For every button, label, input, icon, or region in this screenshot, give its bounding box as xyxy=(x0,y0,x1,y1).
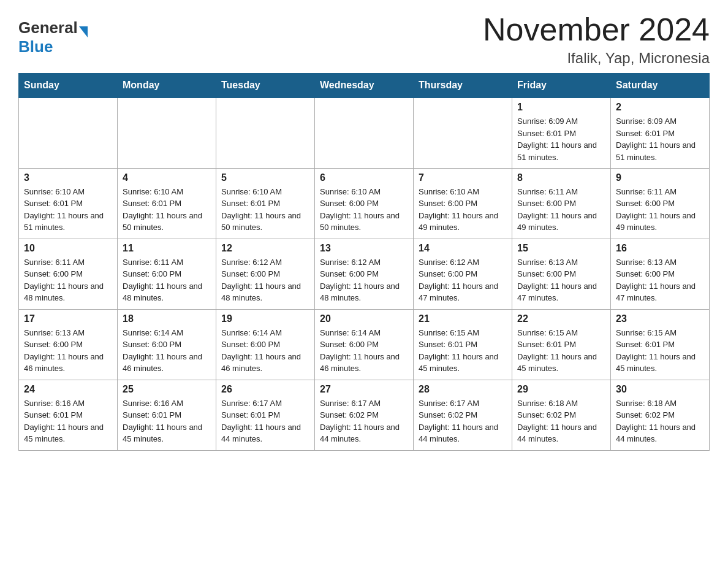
calendar-cell: 9Sunrise: 6:11 AM Sunset: 6:00 PM Daylig… xyxy=(611,168,710,239)
day-info: Sunrise: 6:11 AM Sunset: 6:00 PM Dayligh… xyxy=(24,256,112,304)
day-of-week-header: Saturday xyxy=(611,74,710,98)
day-number: 16 xyxy=(616,243,704,254)
day-number: 23 xyxy=(616,313,704,324)
day-of-week-header: Wednesday xyxy=(315,74,414,98)
calendar-cell: 18Sunrise: 6:14 AM Sunset: 6:00 PM Dayli… xyxy=(118,309,216,380)
days-of-week-row: SundayMondayTuesdayWednesdayThursdayFrid… xyxy=(19,74,710,98)
logo-blue: Blue xyxy=(18,37,53,56)
calendar-cell: 20Sunrise: 6:14 AM Sunset: 6:00 PM Dayli… xyxy=(315,309,414,380)
logo: General Blue xyxy=(18,18,88,56)
day-number: 25 xyxy=(123,384,211,395)
day-info: Sunrise: 6:10 AM Sunset: 6:01 PM Dayligh… xyxy=(123,186,211,234)
calendar-cell: 14Sunrise: 6:12 AM Sunset: 6:00 PM Dayli… xyxy=(414,239,512,309)
day-of-week-header: Friday xyxy=(512,74,611,98)
calendar-table: SundayMondayTuesdayWednesdayThursdayFrid… xyxy=(18,73,710,451)
calendar-week-row: 17Sunrise: 6:13 AM Sunset: 6:00 PM Dayli… xyxy=(19,309,710,380)
calendar-cell: 22Sunrise: 6:15 AM Sunset: 6:01 PM Dayli… xyxy=(512,309,611,380)
day-info: Sunrise: 6:16 AM Sunset: 6:01 PM Dayligh… xyxy=(24,397,112,445)
day-info: Sunrise: 6:09 AM Sunset: 6:01 PM Dayligh… xyxy=(517,115,605,163)
calendar-cell: 30Sunrise: 6:18 AM Sunset: 6:02 PM Dayli… xyxy=(611,380,710,450)
day-number: 5 xyxy=(221,172,309,183)
calendar-cell: 7Sunrise: 6:10 AM Sunset: 6:00 PM Daylig… xyxy=(414,168,512,239)
day-number: 21 xyxy=(419,313,507,324)
day-number: 26 xyxy=(221,384,309,395)
calendar-cell: 2Sunrise: 6:09 AM Sunset: 6:01 PM Daylig… xyxy=(611,98,710,168)
calendar-cell: 29Sunrise: 6:18 AM Sunset: 6:02 PM Dayli… xyxy=(512,380,611,450)
day-number: 4 xyxy=(123,172,211,183)
day-number: 28 xyxy=(419,384,507,395)
calendar-cell: 27Sunrise: 6:17 AM Sunset: 6:02 PM Dayli… xyxy=(315,380,414,450)
day-number: 13 xyxy=(320,243,408,254)
calendar-cell: 8Sunrise: 6:11 AM Sunset: 6:00 PM Daylig… xyxy=(512,168,611,239)
day-of-week-header: Tuesday xyxy=(216,74,315,98)
day-info: Sunrise: 6:16 AM Sunset: 6:01 PM Dayligh… xyxy=(123,397,211,445)
day-info: Sunrise: 6:13 AM Sunset: 6:00 PM Dayligh… xyxy=(616,256,704,304)
day-number: 2 xyxy=(616,102,704,113)
calendar-cell: 1Sunrise: 6:09 AM Sunset: 6:01 PM Daylig… xyxy=(512,98,611,168)
calendar-cell: 28Sunrise: 6:17 AM Sunset: 6:02 PM Dayli… xyxy=(414,380,512,450)
day-number: 19 xyxy=(221,313,309,324)
day-info: Sunrise: 6:11 AM Sunset: 6:00 PM Dayligh… xyxy=(517,186,605,234)
day-of-week-header: Monday xyxy=(118,74,216,98)
day-number: 15 xyxy=(517,243,605,254)
day-info: Sunrise: 6:15 AM Sunset: 6:01 PM Dayligh… xyxy=(517,327,605,375)
calendar-cell: 26Sunrise: 6:17 AM Sunset: 6:01 PM Dayli… xyxy=(216,380,315,450)
calendar-week-row: 24Sunrise: 6:16 AM Sunset: 6:01 PM Dayli… xyxy=(19,380,710,450)
calendar-cell xyxy=(118,98,216,168)
day-info: Sunrise: 6:10 AM Sunset: 6:01 PM Dayligh… xyxy=(24,186,112,234)
calendar-cell: 16Sunrise: 6:13 AM Sunset: 6:00 PM Dayli… xyxy=(611,239,710,309)
day-number: 29 xyxy=(517,384,605,395)
day-number: 8 xyxy=(517,172,605,183)
day-info: Sunrise: 6:17 AM Sunset: 6:02 PM Dayligh… xyxy=(320,397,408,445)
day-number: 30 xyxy=(616,384,704,395)
calendar-header: SundayMondayTuesdayWednesdayThursdayFrid… xyxy=(19,74,710,98)
day-info: Sunrise: 6:13 AM Sunset: 6:00 PM Dayligh… xyxy=(24,327,112,375)
day-info: Sunrise: 6:11 AM Sunset: 6:00 PM Dayligh… xyxy=(616,186,704,234)
location-title: Ifalik, Yap, Micronesia xyxy=(483,50,710,67)
calendar-week-row: 1Sunrise: 6:09 AM Sunset: 6:01 PM Daylig… xyxy=(19,98,710,168)
day-info: Sunrise: 6:14 AM Sunset: 6:00 PM Dayligh… xyxy=(221,327,309,375)
logo-triangle-icon xyxy=(79,26,88,37)
day-info: Sunrise: 6:12 AM Sunset: 6:00 PM Dayligh… xyxy=(320,256,408,304)
calendar-cell: 11Sunrise: 6:11 AM Sunset: 6:00 PM Dayli… xyxy=(118,239,216,309)
calendar-body: 1Sunrise: 6:09 AM Sunset: 6:01 PM Daylig… xyxy=(19,98,710,450)
title-block: November 2024 Ifalik, Yap, Micronesia xyxy=(483,12,710,67)
day-info: Sunrise: 6:14 AM Sunset: 6:00 PM Dayligh… xyxy=(123,327,211,375)
day-of-week-header: Sunday xyxy=(19,74,118,98)
calendar-cell: 5Sunrise: 6:10 AM Sunset: 6:01 PM Daylig… xyxy=(216,168,315,239)
day-number: 20 xyxy=(320,313,408,324)
day-info: Sunrise: 6:17 AM Sunset: 6:02 PM Dayligh… xyxy=(419,397,507,445)
calendar-cell: 4Sunrise: 6:10 AM Sunset: 6:01 PM Daylig… xyxy=(118,168,216,239)
day-number: 24 xyxy=(24,384,112,395)
calendar-cell xyxy=(19,98,118,168)
logo-general: General xyxy=(18,18,78,37)
day-info: Sunrise: 6:10 AM Sunset: 6:00 PM Dayligh… xyxy=(419,186,507,234)
day-info: Sunrise: 6:12 AM Sunset: 6:00 PM Dayligh… xyxy=(419,256,507,304)
day-info: Sunrise: 6:15 AM Sunset: 6:01 PM Dayligh… xyxy=(616,327,704,375)
day-info: Sunrise: 6:14 AM Sunset: 6:00 PM Dayligh… xyxy=(320,327,408,375)
calendar-cell: 12Sunrise: 6:12 AM Sunset: 6:00 PM Dayli… xyxy=(216,239,315,309)
day-number: 27 xyxy=(320,384,408,395)
day-info: Sunrise: 6:15 AM Sunset: 6:01 PM Dayligh… xyxy=(419,327,507,375)
day-info: Sunrise: 6:13 AM Sunset: 6:00 PM Dayligh… xyxy=(517,256,605,304)
day-info: Sunrise: 6:11 AM Sunset: 6:00 PM Dayligh… xyxy=(123,256,211,304)
calendar-cell: 10Sunrise: 6:11 AM Sunset: 6:00 PM Dayli… xyxy=(19,239,118,309)
day-number: 17 xyxy=(24,313,112,324)
day-number: 10 xyxy=(24,243,112,254)
calendar-week-row: 3Sunrise: 6:10 AM Sunset: 6:01 PM Daylig… xyxy=(19,168,710,239)
day-info: Sunrise: 6:10 AM Sunset: 6:01 PM Dayligh… xyxy=(221,186,309,234)
day-number: 7 xyxy=(419,172,507,183)
day-number: 22 xyxy=(517,313,605,324)
day-number: 11 xyxy=(123,243,211,254)
day-number: 18 xyxy=(123,313,211,324)
calendar-cell xyxy=(315,98,414,168)
day-info: Sunrise: 6:18 AM Sunset: 6:02 PM Dayligh… xyxy=(616,397,704,445)
day-of-week-header: Thursday xyxy=(414,74,512,98)
day-info: Sunrise: 6:18 AM Sunset: 6:02 PM Dayligh… xyxy=(517,397,605,445)
day-number: 3 xyxy=(24,172,112,183)
day-info: Sunrise: 6:17 AM Sunset: 6:01 PM Dayligh… xyxy=(221,397,309,445)
month-title: November 2024 xyxy=(483,12,710,47)
calendar-cell: 17Sunrise: 6:13 AM Sunset: 6:00 PM Dayli… xyxy=(19,309,118,380)
day-number: 14 xyxy=(419,243,507,254)
calendar-cell: 13Sunrise: 6:12 AM Sunset: 6:00 PM Dayli… xyxy=(315,239,414,309)
